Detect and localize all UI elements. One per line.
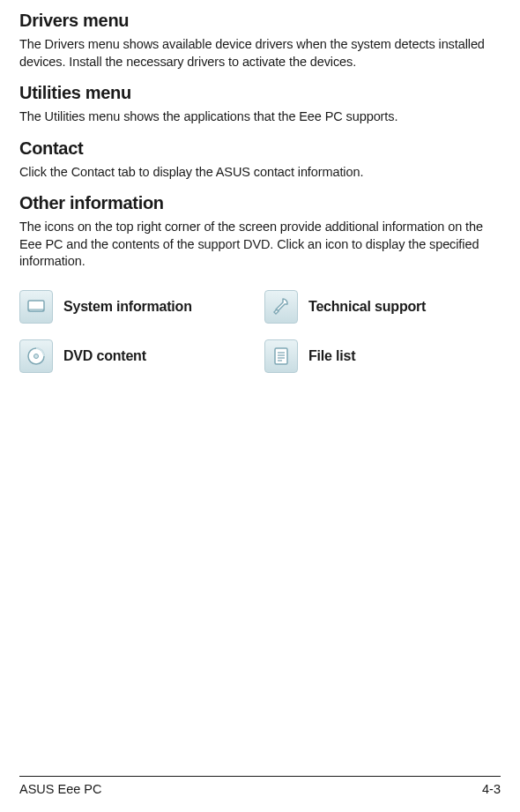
file-list-icon — [264, 339, 298, 373]
icon-item-system-info: System information — [19, 290, 256, 324]
body-other-info: The icons on the top right corner of the… — [19, 219, 501, 271]
dvd-content-icon — [19, 339, 53, 373]
body-contact: Click the Contact tab to display the ASU… — [19, 164, 501, 182]
file-list-label: File list — [308, 348, 355, 364]
svg-point-2 — [34, 354, 39, 358]
body-utilities: The Utilities menu shows the application… — [19, 108, 501, 126]
section-drivers: Drivers menu The Drivers menu shows avai… — [19, 11, 501, 71]
svg-rect-3 — [275, 348, 287, 364]
system-info-icon — [19, 290, 53, 324]
dvd-content-label: DVD content — [63, 348, 146, 364]
footer-left: ASUS Eee PC — [19, 782, 102, 796]
section-contact: Contact Click the Contact tab to display… — [19, 138, 501, 182]
footer-right: 4-3 — [482, 782, 501, 796]
heading-utilities: Utilities menu — [19, 83, 501, 103]
heading-drivers: Drivers menu — [19, 11, 501, 31]
tech-support-label: Technical support — [308, 299, 426, 315]
body-drivers: The Drivers menu shows available device … — [19, 36, 501, 71]
system-info-label: System information — [63, 299, 192, 315]
heading-contact: Contact — [19, 138, 501, 159]
icon-item-file-list: File list — [264, 339, 501, 373]
icon-item-dvd-content: DVD content — [19, 339, 256, 373]
icon-item-tech-support: Technical support — [264, 290, 501, 324]
section-other-info: Other information The icons on the top r… — [19, 193, 501, 271]
page-footer: ASUS Eee PC 4-3 — [19, 776, 501, 796]
section-utilities: Utilities menu The Utilities menu shows … — [19, 83, 501, 126]
tech-support-icon — [264, 290, 298, 324]
icon-grid: System information Technical support DVD… — [19, 290, 501, 373]
heading-other-info: Other information — [19, 193, 501, 213]
